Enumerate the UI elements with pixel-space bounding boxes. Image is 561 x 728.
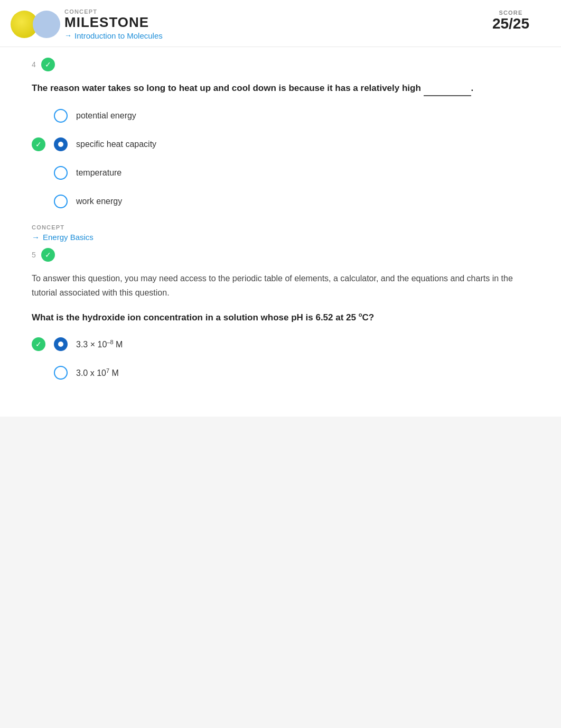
score-value: 25/25 [492,16,529,32]
header-arrow-icon: → [64,31,72,40]
question-5-block: 5 ✓ To answer this question, you may nee… [32,248,529,380]
option-5-1: ✓ 3.3 × 10–8 M [32,337,529,351]
option-4-3-text: temperature [76,168,121,178]
main-content: 4 ✓ The reason water takes so long to he… [0,47,561,417]
question-5-check-badge: ✓ [41,248,55,262]
concept-2-link-text: Energy Basics [43,233,94,242]
option-5-2: ✓ 3.0 x 107 M [32,366,529,380]
question-5-text-main: What is the hydroxide ion concentration … [32,312,374,322]
radio-4-4[interactable] [54,195,68,208]
option-5-1-text: 3.3 × 10–8 M [76,339,123,349]
question-5-number-row: 5 ✓ [32,248,529,262]
concept-2-label: CONCEPT [32,224,529,231]
header-link-text: Introduction to Molecules [74,31,163,40]
question-4-blank [424,81,471,96]
question-4-text: The reason water takes so long to heat u… [32,81,529,96]
option-4-4: ✓ work energy [32,195,529,208]
option-4-4-text: work energy [76,197,122,206]
question-4-check-badge: ✓ [41,58,55,71]
correct-icon-5-1: ✓ [32,337,45,351]
option-4-2-text: specific heat capacity [76,140,156,149]
option-5-2-text: 3.0 x 107 M [76,367,119,378]
radio-5-2[interactable] [54,366,68,380]
concept-2-section: CONCEPT → Energy Basics [32,224,529,242]
logo-blue [33,11,60,38]
question-4-text-before: The reason water takes so long to heat u… [32,83,421,93]
radio-5-1[interactable] [54,337,68,351]
question-4-text-after: . [471,83,474,93]
page-container: CONCEPT MILESTONE → Introduction to Mole… [0,0,561,417]
correct-icon-4-2: ✓ [32,137,45,151]
question-5-number: 5 [32,251,36,259]
option-4-2: ✓ specific heat capacity [32,137,529,151]
question-4-number-row: 4 ✓ [32,58,529,71]
option-4-3: ✓ temperature [32,166,529,180]
question-5-text: What is the hydroxide ion concentration … [32,310,529,325]
concept-2-arrow-icon: → [32,233,40,242]
question-4-options: ✓ potential energy ✓ specific heat capac… [32,109,529,208]
question-4-number: 4 [32,60,36,69]
header-milestone-label: MILESTONE [64,15,163,30]
question-5-options: ✓ 3.3 × 10–8 M ✓ 3.0 x 107 M [32,337,529,380]
question-4-block: 4 ✓ The reason water takes so long to he… [32,58,529,208]
concept-2-link[interactable]: → Energy Basics [32,233,529,242]
radio-4-3[interactable] [54,166,68,180]
option-4-1: ✓ potential energy [32,109,529,123]
logo-area [11,11,60,38]
score-area: SCORE 25/25 [492,10,529,32]
header-title-area: CONCEPT MILESTONE → Introduction to Mole… [64,8,163,40]
header: CONCEPT MILESTONE → Introduction to Mole… [0,0,561,47]
option-4-1-text: potential energy [76,111,136,121]
radio-4-2[interactable] [54,137,68,151]
header-intro-link[interactable]: → Introduction to Molecules [64,31,163,40]
question-5-instruction: To answer this question, you may need ac… [32,271,529,300]
radio-4-1[interactable] [54,109,68,123]
